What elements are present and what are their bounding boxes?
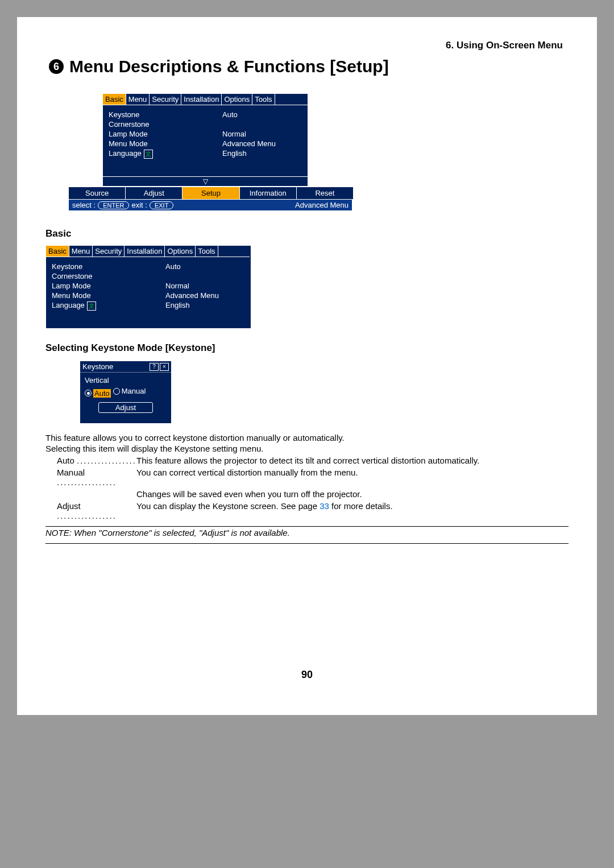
definition-auto: Auto .................This feature allow…	[57, 456, 569, 465]
setting-row-cornerstone: Cornerstone	[103, 119, 308, 129]
maintab-source: Source	[69, 187, 126, 199]
subtab-options: Options	[222, 94, 252, 105]
setting-row-lamp-mode: Lamp ModeNormal	[46, 281, 250, 291]
keystone-dialog-title: Keystone	[82, 362, 148, 371]
subtab-tools: Tools	[252, 94, 275, 105]
setting-row-menu-mode: Menu ModeAdvanced Menu	[46, 291, 250, 300]
subtab-installation: Installation	[181, 94, 222, 105]
setting-row-keystone: KeystoneAuto	[46, 262, 250, 271]
maintab-reset: Reset	[297, 187, 353, 199]
note-text: NOTE: When "Cornerstone" is selected, "A…	[45, 528, 569, 538]
definition-manual: Manual .................You can correct …	[57, 468, 569, 487]
description-paragraph-2: Selecting this item will display the Key…	[45, 444, 569, 453]
osd-scroll-indicator: ▽	[102, 177, 308, 187]
subtab-installation: Installation	[125, 246, 165, 257]
setting-row-keystone: KeystoneAuto	[103, 110, 308, 119]
subtab-security: Security	[93, 246, 125, 257]
setting-row-language: Language文English	[46, 300, 250, 311]
definition-continuation: Changes will be saved even when you turn…	[136, 489, 569, 499]
radio-auto: Auto	[85, 389, 111, 398]
maintab-information: Information	[240, 187, 297, 199]
subtab-options: Options	[165, 246, 196, 257]
description-paragraph-1: This feature allows you to correct keyst…	[45, 433, 569, 443]
setting-row-cornerstone: Cornerstone	[46, 271, 250, 281]
language-icon: 文	[144, 150, 153, 159]
definition-list: Auto .................This feature allow…	[45, 456, 569, 520]
status-mode: Advanced Menu	[295, 201, 349, 209]
section-title: 6 Menu Descriptions & Functions [Setup]	[49, 57, 569, 76]
setting-row-lamp-mode: Lamp ModeNormal	[103, 129, 308, 139]
page-number: 90	[45, 669, 569, 681]
osd-main-tabs: SourceAdjustSetupInformationReset	[68, 187, 354, 200]
keystone-adjust-button: Adjust	[98, 402, 153, 413]
enter-key-pill: ENTER	[98, 201, 129, 209]
exit-key-pill: EXIT	[150, 201, 173, 209]
definition-adjust: Adjust .................You can display …	[57, 501, 569, 520]
close-icon: ×	[160, 363, 169, 371]
page-link[interactable]: 33	[320, 501, 329, 511]
setting-row-menu-mode: Menu ModeAdvanced Menu	[103, 139, 308, 148]
keystone-radio-group: AutoManual	[85, 387, 167, 398]
section-number-badge: 6	[49, 59, 64, 74]
basic-subheader: Basic	[45, 228, 569, 239]
note-rule-top	[45, 526, 569, 527]
subtab-security: Security	[150, 94, 181, 105]
basic-settings-body: KeystoneAutoCornerstoneLamp ModeNormalMe…	[46, 257, 250, 328]
manual-page: 6. Using On-Screen Menu 6 Menu Descripti…	[17, 17, 597, 715]
basic-panel-screenshot: BasicMenuSecurityInstallationOptionsTool…	[45, 245, 251, 329]
osd-settings-body: KeystoneAutoCornerstoneLamp ModeNormalMe…	[102, 105, 308, 177]
note-rule-bottom	[45, 543, 569, 544]
keystone-heading: Selecting Keystone Mode [Keystone]	[45, 342, 569, 354]
section-title-text: Menu Descriptions & Functions [Setup]	[69, 57, 389, 76]
osd-subtab-strip: BasicMenuSecurityInstallationOptionsTool…	[102, 93, 308, 105]
status-exit-label: exit :	[131, 201, 147, 209]
status-select-label: select :	[72, 201, 96, 209]
language-icon: 文	[87, 301, 96, 311]
maintab-adjust: Adjust	[126, 187, 182, 199]
radio-manual: Manual	[113, 387, 146, 395]
help-icon: ?	[150, 363, 159, 371]
subtab-menu: Menu	[69, 246, 93, 257]
chapter-header: 6. Using On-Screen Menu	[45, 40, 569, 51]
subtab-basic: Basic	[46, 246, 69, 257]
maintab-setup: Setup	[182, 187, 239, 199]
basic-tabstrip: BasicMenuSecurityInstallationOptionsTool…	[46, 246, 250, 257]
osd-status-bar: select : ENTER exit : EXIT Advanced Menu	[68, 200, 352, 211]
setting-row-language: Language文English	[103, 148, 308, 159]
osd-screenshot-main: BasicMenuSecurityInstallationOptionsTool…	[68, 93, 352, 211]
subtab-basic: Basic	[103, 94, 126, 105]
subtab-menu: Menu	[126, 94, 150, 105]
keystone-dialog-screenshot: Keystone ? × Vertical AutoManual Adjust	[80, 361, 172, 424]
subtab-tools: Tools	[196, 246, 218, 257]
keystone-vertical-label: Vertical	[85, 376, 167, 385]
